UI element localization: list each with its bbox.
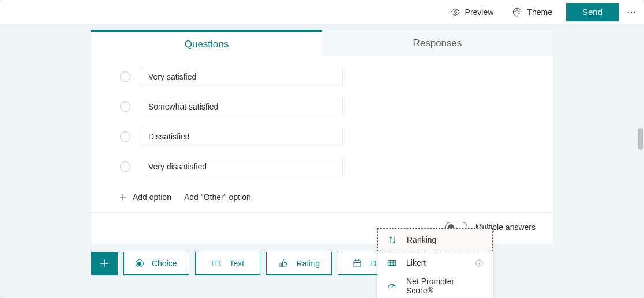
editor-area: Questions Responses Very satisfied <box>0 24 644 298</box>
choice-option-input[interactable]: Somewhat satisfied <box>141 97 343 116</box>
menu-item-likert-label: Likert <box>406 258 466 267</box>
svg-rect-13 <box>354 261 361 267</box>
add-option-label: Add option <box>133 193 171 202</box>
choice-option-input[interactable]: Very dissatisfied <box>141 157 343 176</box>
tab-responses[interactable]: Responses <box>322 30 553 56</box>
menu-item-nps-label: Net Promoter Score® <box>406 277 484 295</box>
menu-item-likert[interactable]: Likert <box>377 251 493 274</box>
choice-option-text: Very dissatisfied <box>148 162 207 171</box>
plus-icon <box>99 258 110 269</box>
svg-point-2 <box>517 9 518 10</box>
calendar-icon <box>352 258 362 269</box>
svg-point-0 <box>454 10 456 13</box>
gauge-icon <box>387 281 397 291</box>
menu-item-ranking-label: Ranking <box>407 235 483 244</box>
tab-strip: Questions Responses <box>91 30 553 56</box>
choice-option-text: Somewhat satisfied <box>148 102 218 111</box>
type-rating-label: Rating <box>297 259 320 268</box>
tab-questions-label: Questions <box>185 39 229 50</box>
svg-point-5 <box>631 11 632 12</box>
svg-point-6 <box>634 11 635 12</box>
type-text-label: Text <box>229 259 244 268</box>
menu-item-ranking[interactable]: Ranking <box>377 228 493 251</box>
choice-icon <box>136 259 144 267</box>
choice-option-row: Dissatisfied <box>108 127 536 146</box>
add-question-button[interactable] <box>91 252 118 275</box>
svg-point-23 <box>479 261 480 262</box>
radio-icon <box>120 101 130 112</box>
plus-icon <box>119 193 127 201</box>
top-command-bar: Preview Theme Send <box>0 0 644 24</box>
preview-label: Preview <box>465 7 494 17</box>
thumbs-up-icon <box>278 258 289 269</box>
choice-option-row: Very satisfied <box>108 67 536 86</box>
add-other-label: Add "Other" option <box>184 193 251 202</box>
add-option-row: Add option Add "Other" option <box>108 187 536 212</box>
svg-point-1 <box>515 11 516 12</box>
choice-option-input[interactable]: Dissatisfied <box>141 127 343 146</box>
info-icon <box>475 259 484 267</box>
choice-option-row: Very dissatisfied <box>108 157 536 176</box>
question-card: Very satisfied Somewhat satisfied Dissat… <box>91 56 553 244</box>
preview-button[interactable]: Preview <box>441 0 503 24</box>
type-text-button[interactable]: T Text <box>195 252 261 275</box>
likert-icon <box>387 258 397 268</box>
send-button[interactable]: Send <box>566 3 619 21</box>
choice-option-text: Very satisfied <box>148 72 196 81</box>
palette-icon <box>512 7 522 17</box>
radio-icon <box>120 161 130 172</box>
radio-icon <box>120 71 130 82</box>
svg-point-4 <box>628 11 629 12</box>
theme-button[interactable]: Theme <box>503 0 561 24</box>
add-option-button[interactable]: Add option <box>119 193 171 202</box>
add-other-button[interactable]: Add "Other" option <box>184 193 251 202</box>
choice-option-row: Somewhat satisfied <box>108 97 536 116</box>
more-button[interactable] <box>621 0 642 24</box>
menu-item-nps[interactable]: Net Promoter Score® <box>377 274 493 297</box>
question-type-menu: Ranking Likert Net Promoter Score® Secti… <box>377 228 493 298</box>
type-choice-label: Choice <box>152 259 177 268</box>
more-icon <box>626 7 636 17</box>
radio-icon <box>120 131 130 142</box>
add-question-bar: Choice T Text Rating Date <box>91 252 403 275</box>
choice-option-text: Dissatisfied <box>148 132 190 141</box>
choice-option-input[interactable]: Very satisfied <box>141 67 343 86</box>
text-icon: T <box>211 258 221 269</box>
tab-questions[interactable]: Questions <box>91 30 322 56</box>
theme-label: Theme <box>527 7 552 17</box>
ranking-icon <box>387 235 398 245</box>
type-choice-button[interactable]: Choice <box>123 252 189 275</box>
svg-line-24 <box>392 285 394 288</box>
scrollbar-thumb[interactable] <box>638 128 643 150</box>
svg-text:T: T <box>215 261 217 265</box>
type-rating-button[interactable]: Rating <box>266 252 332 275</box>
eye-icon <box>450 7 460 17</box>
tab-responses-label: Responses <box>413 37 462 49</box>
send-label: Send <box>582 7 602 17</box>
svg-point-3 <box>519 11 520 12</box>
